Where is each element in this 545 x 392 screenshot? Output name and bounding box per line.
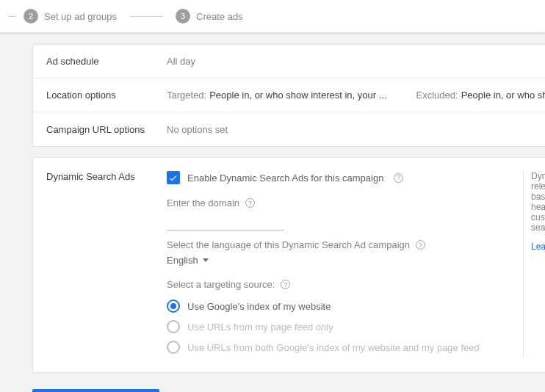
row-ad-schedule[interactable]: Ad schedule All day: [33, 45, 545, 79]
url-options-label: Campaign URL options: [33, 124, 167, 135]
location-excluded-prefix: Excluded:: [416, 90, 458, 101]
location-options-label: Location options: [33, 90, 167, 101]
location-excluded-value: People in, or who sh: [461, 90, 545, 101]
help-icon[interactable]: ?: [245, 198, 255, 208]
stepper-bar: 2 Set up ad groups 3 Create ads: [0, 0, 545, 32]
side-text: headl: [531, 202, 545, 212]
dsa-side-help: Dynam releva based headl custo searc Lea…: [523, 171, 545, 357]
side-text: based: [531, 192, 545, 202]
step-2[interactable]: 2 Set up ad groups: [24, 9, 117, 23]
row-url-options[interactable]: Campaign URL options No options set: [33, 112, 545, 146]
chevron-down-icon: [203, 258, 209, 262]
help-icon[interactable]: ?: [394, 173, 403, 183]
dsa-domain-input[interactable]: [167, 216, 284, 231]
settings-panel: Ad schedule All day Location options Tar…: [32, 44, 545, 147]
ad-schedule-value: All day: [167, 56, 545, 67]
targeting-option-label: Use URLs from my page feed only: [187, 322, 333, 333]
dsa-title: Dynamic Search Ads: [33, 171, 167, 357]
dsa-domain-label: Enter the domain ?: [167, 197, 514, 208]
step-3-label: Create ads: [196, 11, 243, 22]
targeting-option-both[interactable]: Use URLs from both Google's index of my …: [167, 337, 514, 357]
dynamic-search-ads-panel: Dynamic Search Ads Enable Dynamic Search…: [32, 157, 545, 373]
action-bar: SAVE AND CONTINUE CANCEL: [32, 389, 545, 392]
side-text: Dynam: [531, 171, 545, 181]
step-2-badge: 2: [24, 9, 38, 23]
targeting-option-label: Use URLs from both Google's index of my …: [187, 342, 480, 353]
dsa-enable-label: Enable Dynamic Search Ads for this campa…: [187, 173, 383, 184]
row-location-options[interactable]: Location options Targeted: People in, or…: [33, 79, 545, 112]
step-3-badge: 3: [176, 9, 190, 23]
targeting-option-page-feed[interactable]: Use URLs from my page feed only: [167, 316, 514, 337]
step-2-label: Set up ad groups: [44, 11, 117, 22]
side-text: searc: [531, 222, 545, 233]
stepper-leading-line: [9, 16, 16, 17]
location-targeted-prefix: Targeted:: [167, 90, 206, 101]
radio-icon: [167, 320, 180, 333]
dsa-language-select[interactable]: English: [167, 255, 514, 266]
learn-more-link[interactable]: Learn: [531, 242, 545, 252]
dsa-enable-row[interactable]: Enable Dynamic Search Ads for this campa…: [167, 171, 514, 184]
side-text: custo: [531, 212, 545, 222]
save-and-continue-button[interactable]: SAVE AND CONTINUE: [32, 389, 159, 392]
radio-icon: [167, 300, 180, 313]
step-3[interactable]: 3 Create ads: [176, 9, 243, 23]
location-options-value: Targeted: People in, or who show interes…: [167, 90, 545, 101]
side-text: releva: [531, 181, 545, 192]
location-targeted-value: People in, or who show interest in, your…: [209, 90, 386, 101]
dsa-targeting-label: Select a targeting source: ?: [167, 279, 514, 290]
checkbox-icon[interactable]: [167, 171, 180, 184]
radio-icon: [167, 341, 180, 354]
url-options-value: No options set: [167, 124, 545, 135]
dsa-targeting-options: Use Google's index of my website Use URL…: [167, 296, 514, 357]
ad-schedule-label: Ad schedule: [33, 56, 167, 67]
targeting-option-google-index[interactable]: Use Google's index of my website: [167, 296, 514, 316]
help-icon[interactable]: ?: [416, 240, 425, 250]
help-icon[interactable]: ?: [281, 280, 290, 289]
dsa-language-value: English: [167, 255, 198, 266]
step-separator: [130, 16, 162, 17]
targeting-option-label: Use Google's index of my website: [187, 301, 331, 312]
dsa-language-label: Select the language of this Dynamic Sear…: [167, 239, 514, 250]
